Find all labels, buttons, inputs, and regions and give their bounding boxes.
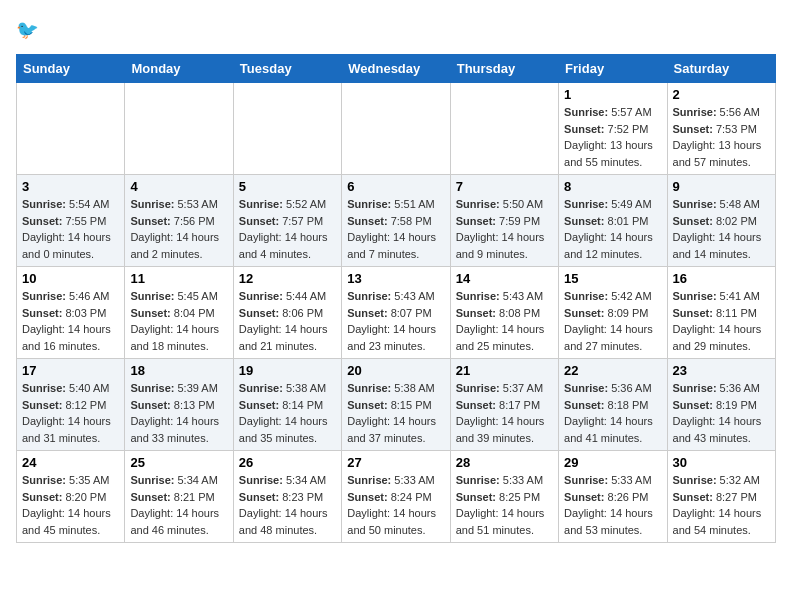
calendar-cell: 20Sunrise: 5:38 AMSunset: 8:15 PMDayligh… (342, 359, 450, 451)
header: 🐦 (16, 16, 776, 44)
calendar-cell: 21Sunrise: 5:37 AMSunset: 8:17 PMDayligh… (450, 359, 558, 451)
calendar-cell: 8Sunrise: 5:49 AMSunset: 8:01 PMDaylight… (559, 175, 667, 267)
day-info: Sunrise: 5:44 AMSunset: 8:06 PMDaylight:… (239, 288, 336, 354)
day-info: Sunrise: 5:43 AMSunset: 8:07 PMDaylight:… (347, 288, 444, 354)
day-number: 21 (456, 363, 553, 378)
day-info: Sunrise: 5:35 AMSunset: 8:20 PMDaylight:… (22, 472, 119, 538)
day-number: 26 (239, 455, 336, 470)
week-row-2: 3Sunrise: 5:54 AMSunset: 7:55 PMDaylight… (17, 175, 776, 267)
week-row-4: 17Sunrise: 5:40 AMSunset: 8:12 PMDayligh… (17, 359, 776, 451)
weekday-header-sunday: Sunday (17, 55, 125, 83)
day-info: Sunrise: 5:38 AMSunset: 8:14 PMDaylight:… (239, 380, 336, 446)
day-info: Sunrise: 5:57 AMSunset: 7:52 PMDaylight:… (564, 104, 661, 170)
day-number: 16 (673, 271, 770, 286)
calendar-cell: 28Sunrise: 5:33 AMSunset: 8:25 PMDayligh… (450, 451, 558, 543)
logo-bird-icon: 🐦 (16, 16, 44, 44)
calendar-cell: 18Sunrise: 5:39 AMSunset: 8:13 PMDayligh… (125, 359, 233, 451)
day-number: 8 (564, 179, 661, 194)
day-number: 25 (130, 455, 227, 470)
day-info: Sunrise: 5:38 AMSunset: 8:15 PMDaylight:… (347, 380, 444, 446)
day-number: 12 (239, 271, 336, 286)
day-number: 23 (673, 363, 770, 378)
weekday-header-saturday: Saturday (667, 55, 775, 83)
calendar-cell (342, 83, 450, 175)
calendar-cell: 14Sunrise: 5:43 AMSunset: 8:08 PMDayligh… (450, 267, 558, 359)
weekday-header-thursday: Thursday (450, 55, 558, 83)
day-number: 10 (22, 271, 119, 286)
calendar-cell: 4Sunrise: 5:53 AMSunset: 7:56 PMDaylight… (125, 175, 233, 267)
calendar-cell: 25Sunrise: 5:34 AMSunset: 8:21 PMDayligh… (125, 451, 233, 543)
calendar-cell: 15Sunrise: 5:42 AMSunset: 8:09 PMDayligh… (559, 267, 667, 359)
day-number: 14 (456, 271, 553, 286)
weekday-header-wednesday: Wednesday (342, 55, 450, 83)
day-info: Sunrise: 5:49 AMSunset: 8:01 PMDaylight:… (564, 196, 661, 262)
day-number: 22 (564, 363, 661, 378)
calendar-cell (125, 83, 233, 175)
day-info: Sunrise: 5:43 AMSunset: 8:08 PMDaylight:… (456, 288, 553, 354)
day-info: Sunrise: 5:52 AMSunset: 7:57 PMDaylight:… (239, 196, 336, 262)
calendar-cell: 23Sunrise: 5:36 AMSunset: 8:19 PMDayligh… (667, 359, 775, 451)
day-info: Sunrise: 5:39 AMSunset: 8:13 PMDaylight:… (130, 380, 227, 446)
calendar-cell: 19Sunrise: 5:38 AMSunset: 8:14 PMDayligh… (233, 359, 341, 451)
day-number: 20 (347, 363, 444, 378)
calendar-cell: 22Sunrise: 5:36 AMSunset: 8:18 PMDayligh… (559, 359, 667, 451)
svg-text:🐦: 🐦 (16, 19, 39, 41)
calendar-cell: 27Sunrise: 5:33 AMSunset: 8:24 PMDayligh… (342, 451, 450, 543)
weekday-header-tuesday: Tuesday (233, 55, 341, 83)
week-row-1: 1Sunrise: 5:57 AMSunset: 7:52 PMDaylight… (17, 83, 776, 175)
day-number: 28 (456, 455, 553, 470)
calendar-cell: 12Sunrise: 5:44 AMSunset: 8:06 PMDayligh… (233, 267, 341, 359)
calendar-cell: 24Sunrise: 5:35 AMSunset: 8:20 PMDayligh… (17, 451, 125, 543)
weekday-header-row: SundayMondayTuesdayWednesdayThursdayFrid… (17, 55, 776, 83)
day-info: Sunrise: 5:50 AMSunset: 7:59 PMDaylight:… (456, 196, 553, 262)
calendar-cell (233, 83, 341, 175)
day-number: 24 (22, 455, 119, 470)
day-info: Sunrise: 5:56 AMSunset: 7:53 PMDaylight:… (673, 104, 770, 170)
day-info: Sunrise: 5:33 AMSunset: 8:24 PMDaylight:… (347, 472, 444, 538)
day-number: 15 (564, 271, 661, 286)
week-row-5: 24Sunrise: 5:35 AMSunset: 8:20 PMDayligh… (17, 451, 776, 543)
day-number: 13 (347, 271, 444, 286)
day-number: 29 (564, 455, 661, 470)
day-number: 3 (22, 179, 119, 194)
day-info: Sunrise: 5:42 AMSunset: 8:09 PMDaylight:… (564, 288, 661, 354)
calendar-cell: 9Sunrise: 5:48 AMSunset: 8:02 PMDaylight… (667, 175, 775, 267)
calendar-cell: 1Sunrise: 5:57 AMSunset: 7:52 PMDaylight… (559, 83, 667, 175)
day-info: Sunrise: 5:34 AMSunset: 8:21 PMDaylight:… (130, 472, 227, 538)
day-info: Sunrise: 5:48 AMSunset: 8:02 PMDaylight:… (673, 196, 770, 262)
day-info: Sunrise: 5:32 AMSunset: 8:27 PMDaylight:… (673, 472, 770, 538)
day-info: Sunrise: 5:45 AMSunset: 8:04 PMDaylight:… (130, 288, 227, 354)
calendar-cell: 5Sunrise: 5:52 AMSunset: 7:57 PMDaylight… (233, 175, 341, 267)
calendar-cell: 2Sunrise: 5:56 AMSunset: 7:53 PMDaylight… (667, 83, 775, 175)
day-info: Sunrise: 5:53 AMSunset: 7:56 PMDaylight:… (130, 196, 227, 262)
calendar-cell: 13Sunrise: 5:43 AMSunset: 8:07 PMDayligh… (342, 267, 450, 359)
day-info: Sunrise: 5:33 AMSunset: 8:25 PMDaylight:… (456, 472, 553, 538)
day-number: 1 (564, 87, 661, 102)
calendar-cell: 11Sunrise: 5:45 AMSunset: 8:04 PMDayligh… (125, 267, 233, 359)
day-info: Sunrise: 5:41 AMSunset: 8:11 PMDaylight:… (673, 288, 770, 354)
calendar-cell: 30Sunrise: 5:32 AMSunset: 8:27 PMDayligh… (667, 451, 775, 543)
calendar-cell: 3Sunrise: 5:54 AMSunset: 7:55 PMDaylight… (17, 175, 125, 267)
calendar-cell: 29Sunrise: 5:33 AMSunset: 8:26 PMDayligh… (559, 451, 667, 543)
day-info: Sunrise: 5:46 AMSunset: 8:03 PMDaylight:… (22, 288, 119, 354)
calendar-cell (17, 83, 125, 175)
day-info: Sunrise: 5:51 AMSunset: 7:58 PMDaylight:… (347, 196, 444, 262)
day-number: 4 (130, 179, 227, 194)
day-info: Sunrise: 5:54 AMSunset: 7:55 PMDaylight:… (22, 196, 119, 262)
day-info: Sunrise: 5:36 AMSunset: 8:19 PMDaylight:… (673, 380, 770, 446)
week-row-3: 10Sunrise: 5:46 AMSunset: 8:03 PMDayligh… (17, 267, 776, 359)
day-number: 19 (239, 363, 336, 378)
logo: 🐦 (16, 16, 48, 44)
day-info: Sunrise: 5:36 AMSunset: 8:18 PMDaylight:… (564, 380, 661, 446)
day-info: Sunrise: 5:37 AMSunset: 8:17 PMDaylight:… (456, 380, 553, 446)
day-number: 11 (130, 271, 227, 286)
day-number: 9 (673, 179, 770, 194)
calendar-cell: 7Sunrise: 5:50 AMSunset: 7:59 PMDaylight… (450, 175, 558, 267)
calendar-cell: 16Sunrise: 5:41 AMSunset: 8:11 PMDayligh… (667, 267, 775, 359)
weekday-header-monday: Monday (125, 55, 233, 83)
day-number: 27 (347, 455, 444, 470)
calendar-body: 1Sunrise: 5:57 AMSunset: 7:52 PMDaylight… (17, 83, 776, 543)
day-number: 6 (347, 179, 444, 194)
calendar-cell: 26Sunrise: 5:34 AMSunset: 8:23 PMDayligh… (233, 451, 341, 543)
day-number: 18 (130, 363, 227, 378)
